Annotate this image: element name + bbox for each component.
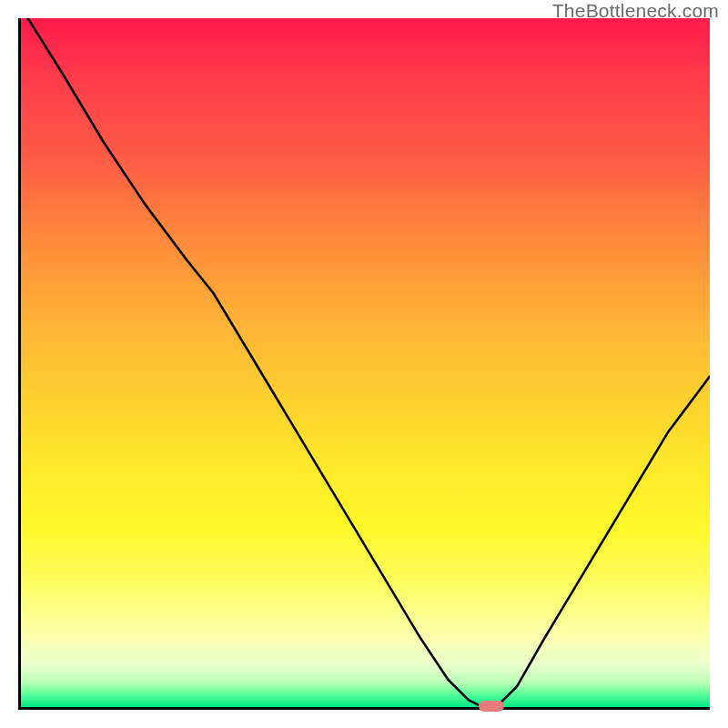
plot-area: [18, 18, 710, 710]
optimal-marker: [479, 701, 504, 712]
curve-svg: [21, 18, 710, 707]
chart-container: TheBottleneck.com: [0, 0, 728, 728]
bottleneck-curve-path: [28, 18, 710, 707]
